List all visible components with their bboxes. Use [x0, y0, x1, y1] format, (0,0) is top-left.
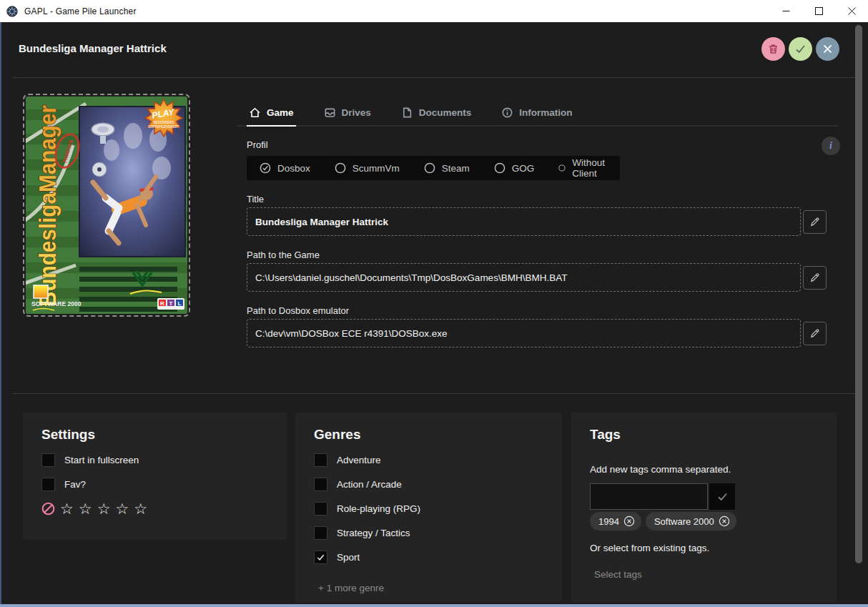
close-button[interactable] [835, 0, 868, 22]
checkbox-genre-sport[interactable]: Sport [314, 551, 543, 564]
app-logo-icon [6, 6, 18, 17]
pencil-icon [809, 328, 820, 339]
game-cover-art: BundesligaManager Hattrick PLAY BESONDER… [26, 97, 187, 314]
titlebar: GAPL - Game Pile Launcher [0, 0, 868, 22]
title-field-label: Title [247, 194, 838, 204]
star-icon[interactable]: ☆ [79, 501, 92, 516]
checkbox-start-fullscreen[interactable]: Start in fullscreen [41, 453, 268, 467]
checkbox-box [314, 551, 327, 564]
checkbox-box [41, 453, 55, 467]
emulator-path-label: Path to Dosbox emulator [247, 305, 838, 316]
check-icon [316, 553, 325, 562]
radio-without-client[interactable]: Without Client [558, 157, 609, 179]
cover-publisher: SOFTWARE 2000 [31, 300, 82, 307]
select-tags-hint: Or select from existing tags. [590, 543, 818, 553]
checkbox-box [314, 502, 327, 515]
checkbox-genre-adventure[interactable]: Adventure [314, 453, 543, 467]
cover-dropzone[interactable]: BundesligaManager Hattrick PLAY BESONDER… [23, 94, 190, 317]
star-icon[interactable]: ☆ [97, 501, 111, 516]
tab-game[interactable]: Game [247, 99, 296, 125]
svg-text:T: T [169, 300, 173, 307]
maximize-button[interactable] [802, 0, 835, 22]
edit-emulator-path-button[interactable] [803, 322, 827, 345]
radio-dosbox[interactable]: Dosbox [260, 162, 310, 174]
scrollbar-thumb[interactable] [855, 25, 862, 563]
add-tags-hint: Add new tags comma separated. [590, 464, 818, 475]
close-icon [822, 44, 833, 54]
profile-info-button[interactable]: i [822, 137, 840, 155]
badge-sub1: BESONDERS [154, 121, 174, 124]
remove-tag-button[interactable] [623, 515, 635, 527]
check-icon [716, 490, 729, 503]
tags-title: Tags [590, 427, 818, 443]
checkbox-genre-action[interactable]: Action / Arcade [314, 478, 543, 491]
pencil-icon [809, 217, 820, 227]
profile-radio-group: Dosbox ScummVm Steam GOG Without Client [247, 156, 620, 180]
remove-tag-button[interactable] [719, 515, 730, 527]
window-title: GAPL - Game Pile Launcher [24, 6, 137, 16]
genres-title: Genres [314, 427, 543, 443]
star-icon[interactable]: ☆ [134, 501, 147, 516]
svg-text:R: R [160, 300, 164, 307]
home-icon [249, 107, 261, 119]
edit-title-button[interactable] [803, 210, 827, 234]
tag-pill[interactable]: 1994 [590, 512, 641, 530]
radio-scummvm[interactable]: ScummVm [335, 162, 400, 174]
no-rating-icon[interactable] [41, 502, 55, 515]
checkbox-box [314, 478, 327, 491]
badge-sub2: EMPFEHLENSWERT [148, 125, 179, 129]
trash-icon [767, 43, 779, 55]
tags-panel: Tags Add new tags comma separated. 1994 … [571, 413, 837, 603]
title-input[interactable] [247, 207, 801, 236]
drive-icon [324, 107, 336, 119]
checkbox-fav[interactable]: Fav? [41, 478, 268, 491]
cancel-button[interactable] [816, 37, 839, 61]
info-icon [501, 107, 513, 119]
tab-information[interactable]: Information [499, 99, 574, 125]
checkbox-box [41, 478, 55, 491]
tab-documents[interactable]: Documents [399, 99, 474, 125]
game-path-label: Path to the Game [247, 250, 838, 260]
check-icon [794, 43, 807, 55]
radio-steam[interactable]: Steam [424, 162, 470, 174]
svg-text:L: L [178, 300, 182, 307]
tag-pill-list: 1994 Software 2000 [590, 512, 818, 530]
circle-x-icon [623, 515, 635, 527]
page-title: Bundesliga Manager Hattrick [19, 42, 167, 54]
cover-vertical-title: BundesligaManager [34, 105, 61, 307]
circle-x-icon [719, 515, 730, 527]
settings-panel: Settings Start in fullscreen Fav? ☆ ☆ ☆ … [23, 413, 287, 540]
app-surface: Bundesliga Manager Hattrick [0, 22, 868, 607]
header-divider [13, 77, 858, 78]
game-form: Game Drives Documents Information [237, 99, 838, 347]
new-tag-input[interactable] [590, 483, 708, 510]
section-divider [13, 393, 858, 394]
more-genres-link[interactable]: + 1 more genre [318, 583, 384, 593]
tab-drives[interactable]: Drives [322, 99, 373, 125]
tab-bar: Game Drives Documents Information [237, 99, 838, 127]
add-tag-button[interactable] [709, 483, 735, 510]
star-icon[interactable]: ☆ [115, 501, 129, 516]
window-bottom-edge [0, 604, 868, 607]
genres-panel: Genres Adventure Action / Arcade Role-pl… [295, 413, 562, 603]
checkbox-box [314, 526, 327, 540]
settings-title: Settings [41, 427, 268, 443]
document-icon [401, 107, 413, 119]
checkbox-genre-rpg[interactable]: Role-playing (RPG) [314, 502, 543, 515]
delete-game-button[interactable] [761, 37, 785, 61]
action-bar [761, 37, 839, 61]
minimize-button[interactable] [769, 0, 802, 22]
app-window: GAPL - Game Pile Launcher Bundesliga Man… [0, 0, 868, 607]
rating-control: ☆ ☆ ☆ ☆ ☆ [41, 501, 268, 516]
checkbox-genre-strategy[interactable]: Strategy / Tactics [314, 526, 543, 540]
game-path-input[interactable] [247, 263, 801, 292]
edit-game-path-button[interactable] [803, 266, 827, 290]
emulator-path-input[interactable] [247, 319, 801, 347]
radio-gog[interactable]: GOG [494, 162, 535, 174]
save-button[interactable] [789, 37, 812, 61]
checkbox-box [314, 453, 327, 467]
tag-pill[interactable]: Software 2000 [646, 512, 736, 530]
select-tags-dropdown[interactable]: Select tags [594, 569, 818, 580]
star-icon[interactable]: ☆ [60, 501, 74, 516]
pencil-icon [809, 272, 820, 283]
